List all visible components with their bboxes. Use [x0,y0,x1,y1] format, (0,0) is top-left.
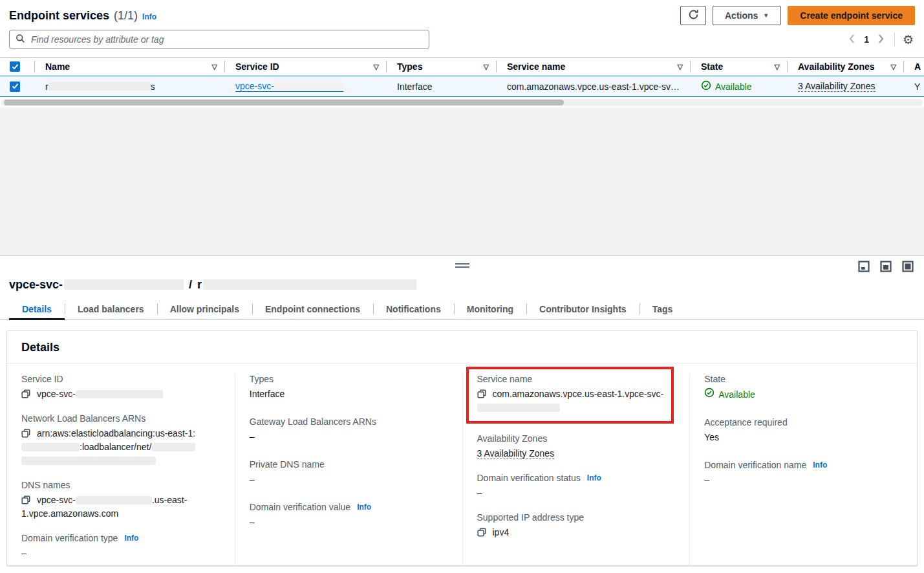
table-row[interactable]: rs vpce-svc- Interface com.amazonaws.vpc… [0,76,924,97]
sort-icon: ▽ [775,63,780,71]
create-endpoint-service-button[interactable]: Create endpoint service [788,6,915,25]
cell-acceptance: Y [904,81,924,92]
field-gwlb-arns: Gateway Load Balancers ARNs – [250,416,449,444]
details-column-1: Service ID vpce-svc- Network Load Balanc… [7,374,235,566]
copy-icon[interactable] [21,429,30,438]
field-availability-zones: Availability Zones 3 Availability Zones [477,433,677,460]
redacted-text [274,82,343,91]
service-id-link[interactable]: vpce-svc- [235,81,343,92]
copy-icon[interactable] [21,495,30,504]
field-domain-verification-value: Domain verification valueInfo – [250,502,449,529]
tab-tags[interactable]: Tags [639,298,686,319]
sort-icon: ▽ [891,63,896,71]
field-private-dns-name: Private DNS name – [250,459,449,486]
field-service-name: Service name com.amazonaws.vpce.us-east-… [477,374,664,415]
panel-split-button[interactable] [880,261,892,272]
column-header-service-id[interactable]: Service ID▽ [225,58,387,76]
tab-notifications[interactable]: Notifications [373,298,454,319]
panel-tabs: Details Load balancers Allow principals … [0,298,924,320]
details-card: Details Service ID vpce-svc- Network Loa… [6,330,918,566]
field-types: Types Interface [250,374,449,401]
availability-zones-link[interactable]: 3 Availability Zones [477,448,555,459]
search-icon [16,34,25,45]
copy-icon[interactable] [477,389,486,398]
panel-title: vpce-svc- / r [0,274,924,298]
split-panel-drag-handle[interactable] [455,263,469,270]
pagination-next-button[interactable] [874,33,888,47]
column-header-state[interactable]: State▽ [691,58,788,76]
field-dns-names: DNS names vpce-svc-.us-east-1.vpce.amazo… [21,480,222,521]
redacted-text [151,443,195,451]
header-info-link[interactable]: Info [142,12,156,21]
info-link[interactable]: Info [357,503,371,512]
service-name-highlight-box: Service name com.amazonaws.vpce.us-east-… [466,367,674,424]
actions-button[interactable]: Actions ▼ [713,6,781,25]
resource-count: (1/1) [114,9,138,23]
redacted-text [64,279,184,290]
copy-icon[interactable] [477,528,486,537]
info-link[interactable]: Info [124,534,138,543]
column-header-name[interactable]: Name▽ [35,58,225,76]
caret-down-icon: ▼ [763,12,769,19]
table-header: Name▽ Service ID▽ Types▽ Service name▽ S… [0,57,924,76]
column-header-service-name[interactable]: Service name▽ [497,58,691,76]
actions-label: Actions [725,10,758,21]
gear-icon: ⚙ [903,33,914,47]
page-background-gap [0,106,924,255]
endpoint-services-list-section: Endpoint services (1/1) Info Actions ▼ C… [0,0,924,106]
select-all-checkbox[interactable] [10,61,20,72]
details-card-heading: Details [7,331,917,363]
sort-icon: ▽ [374,63,379,71]
cell-types: Interface [387,81,497,92]
info-link[interactable]: Info [813,460,827,470]
panel-position-bottom-button[interactable] [858,261,870,272]
field-supported-ip-address-type: Supported IP address type ipv4 [477,512,677,539]
redacted-text [76,496,152,504]
search-box[interactable] [9,30,429,49]
pagination: 1 ⚙ [845,32,915,47]
toolbar-divider [894,32,895,47]
refresh-button[interactable] [680,6,706,25]
column-header-availability-zones[interactable]: Availability Zones▽ [788,58,904,76]
horizontal-scrollbar-thumb[interactable] [4,100,564,105]
copy-icon[interactable] [21,389,30,398]
column-header-acceptance[interactable]: A [904,58,924,76]
tab-details[interactable]: Details [9,298,65,319]
field-state: State Available [704,374,904,402]
sort-icon: ▽ [484,63,489,71]
panel-maximize-icon [902,265,914,274]
row-checkbox[interactable] [10,81,20,92]
field-service-id: Service ID vpce-svc- [21,374,222,401]
tab-allow-principals[interactable]: Allow principals [157,298,252,319]
search-input[interactable] [30,34,423,45]
availability-zones-link[interactable]: 3 Availability Zones [798,81,876,92]
details-column-2: Types Interface Gateway Load Balancers A… [235,374,462,566]
panel-maximize-button[interactable] [902,261,914,272]
details-column-4: State Available Acceptance required Yes … [689,374,917,566]
field-domain-verification-status: Domain verification statusInfo – [477,473,677,500]
tab-contributor-insights[interactable]: Contributor Insights [526,298,639,319]
sort-icon: ▽ [212,63,217,71]
tab-load-balancers[interactable]: Load balancers [65,298,157,319]
horizontal-scrollbar[interactable] [1,99,923,106]
refresh-icon [688,9,699,22]
pagination-prev-button[interactable] [845,33,859,47]
split-panel: vpce-svc- / r Details Load balancers All… [0,255,924,566]
page-title: Endpoint services [9,9,109,23]
state-badge: Available [704,387,755,402]
tab-monitoring[interactable]: Monitoring [454,298,526,319]
field-domain-verification-type: Domain verification typeInfo – [21,533,222,560]
column-header-types[interactable]: Types▽ [387,58,497,76]
page-number[interactable]: 1 [859,34,874,45]
check-circle-icon [701,80,711,92]
tab-endpoint-connections[interactable]: Endpoint connections [252,298,373,319]
chevron-left-icon [849,34,855,45]
panel-bottom-icon [858,265,870,274]
info-link[interactable]: Info [587,473,601,482]
cell-name: rs [35,81,225,92]
list-toolbar: 1 ⚙ [0,28,924,57]
check-circle-icon [704,387,714,402]
field-domain-verification-name: Domain verification nameInfo – [704,460,904,487]
preferences-button[interactable]: ⚙ [901,32,915,47]
redacted-text [477,404,560,412]
